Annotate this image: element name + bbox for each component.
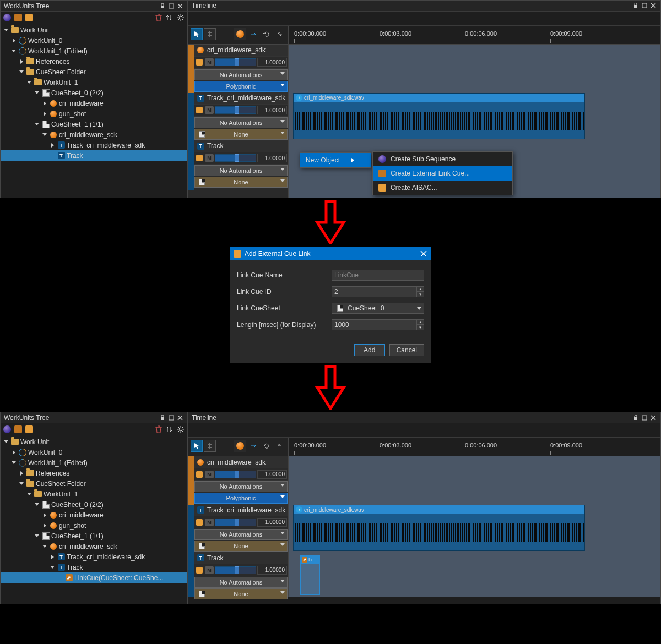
spin-up[interactable]: ▲ [416, 319, 424, 325]
tree-row[interactable]: CueSheet_1 (1/1) [1, 119, 187, 129]
tree-row-linkcue[interactable]: ⇗LinkCue(CueSheet: CueShe... [1, 572, 187, 583]
volume-value[interactable]: 1.00000 [257, 566, 287, 575]
automation-dropdown[interactable]: No Automations [194, 165, 288, 176]
tree-row-root[interactable]: Work Unit [1, 436, 187, 447]
tree-row[interactable]: cri_middleware_sdk [1, 129, 187, 140]
tree-row[interactable]: References [1, 468, 187, 478]
cue-icon[interactable] [234, 28, 246, 40]
track-header[interactable]: TTrack_cri_middleware_sdk [194, 92, 288, 105]
mute-button[interactable]: M [205, 471, 214, 478]
aisac-small-icon[interactable] [195, 58, 204, 67]
mute-button[interactable]: M [205, 106, 214, 114]
aisac-small-icon[interactable] [195, 518, 204, 527]
volume-slider[interactable] [215, 58, 256, 66]
tree-row[interactable]: TTrack_cri_middleware_sdk [1, 552, 187, 562]
aisac-icon[interactable] [25, 425, 34, 434]
link-icon[interactable] [274, 28, 286, 40]
track-volume[interactable]: M1.00000 [194, 468, 288, 481]
trash-icon[interactable] [154, 425, 163, 434]
volume-value[interactable]: 1.00000 [257, 518, 287, 527]
tree-row[interactable]: gun_shot [1, 108, 187, 119]
refresh-icon[interactable] [261, 440, 273, 452]
lock-icon[interactable] [159, 414, 166, 422]
ctx-create-ext-link[interactable]: Create External Link Cue... [373, 166, 512, 181]
automation-dropdown[interactable]: No Automations [194, 481, 288, 492]
poly-dropdown[interactable]: Polyphonic [194, 81, 288, 92]
mute-button[interactable]: M [205, 519, 214, 526]
link-cuesheet-select[interactable]: CueSheet_0 [332, 303, 424, 314]
volume-value[interactable]: 1.00000 [257, 470, 287, 479]
context-submenu[interactable]: Create Sub Sequence Create External Link… [372, 151, 513, 195]
close-icon[interactable] [649, 414, 657, 422]
link-ext-icon[interactable] [14, 13, 23, 22]
timeline-canvas[interactable]: 0:00:00.000 0:00:03.000 0:00:06.000 0:00… [289, 438, 660, 597]
close-icon[interactable] [176, 414, 184, 422]
maximize-icon[interactable] [167, 2, 175, 10]
maximize-icon[interactable] [641, 2, 648, 9]
track-volume[interactable]: M1.00000 [194, 152, 288, 165]
none-dropdown[interactable]: None [194, 177, 288, 188]
tree-row[interactable]: CueSheet_1 (1/1) [1, 531, 187, 541]
track-volume[interactable]: M1.00000 [194, 516, 288, 528]
lock-icon[interactable] [159, 2, 166, 10]
length-input[interactable]: 1000 [332, 319, 416, 330]
volume-value[interactable]: 1.00000 [257, 58, 287, 67]
tree-row[interactable]: CueSheet_0 (2/2) [1, 88, 187, 98]
trash-icon[interactable] [154, 13, 163, 22]
timeline-canvas[interactable]: 0:00:00.000 0:00:03.000 0:00:06.000 0:00… [289, 26, 660, 198]
aisac-small-icon[interactable] [195, 470, 204, 479]
track-volume[interactable]: M1.00000 [194, 564, 288, 576]
automation-dropdown[interactable]: No Automations [194, 577, 288, 588]
mute-button[interactable]: M [205, 566, 214, 574]
ctx-create-subseq[interactable]: Create Sub Sequence [373, 152, 512, 166]
track-volume[interactable]: M1.00000 [194, 105, 288, 117]
tree-row[interactable]: WorkUnit_1 [1, 77, 187, 88]
none-dropdown[interactable]: None [194, 129, 288, 140]
sort-icon[interactable] [165, 13, 174, 22]
pointer-tool-icon[interactable] [191, 440, 203, 452]
link-ext-icon[interactable] [14, 425, 23, 434]
tree-row[interactable]: TTrack_cri_middleware_sdk [1, 140, 187, 150]
aisac-small-icon[interactable] [195, 106, 204, 114]
aisac-small-icon[interactable] [195, 566, 204, 575]
mute-button[interactable]: M [205, 58, 214, 66]
volume-slider[interactable] [215, 519, 256, 526]
tree-row[interactable]: References [1, 56, 187, 67]
automation-dropdown[interactable]: No Automations [194, 529, 288, 540]
spin-down[interactable]: ▼ [416, 325, 424, 330]
track-header[interactable]: TTrack_cri_middleware_sdk [194, 504, 288, 516]
close-icon[interactable] [649, 2, 657, 9]
link-cue-clip[interactable]: ⇗Li [300, 555, 320, 595]
dialog-close-icon[interactable] [420, 250, 427, 258]
poly-dropdown[interactable]: Polyphonic [194, 493, 288, 504]
audio-clip[interactable]: ♪cri_middleware_sdk.wav [293, 505, 585, 551]
audio-clip[interactable]: ♪cri_middleware_sdk.wav [293, 93, 585, 139]
aisac-icon[interactable] [25, 13, 34, 22]
split-tool-icon[interactable] [204, 440, 216, 452]
tree-row[interactable]: cri_middleware_sdk [1, 541, 187, 552]
timeline-ruler[interactable]: 0:00:00.000 0:00:03.000 0:00:06.000 0:00… [289, 26, 660, 45]
new-icon[interactable] [3, 425, 12, 434]
tree-row-selected[interactable]: TTrack [1, 150, 187, 161]
none-dropdown[interactable]: None [194, 541, 288, 552]
maximize-icon[interactable] [167, 414, 175, 422]
track-header[interactable]: TTrack [194, 140, 288, 152]
split-tool-icon[interactable] [204, 28, 216, 40]
spin-down[interactable]: ▼ [416, 292, 424, 297]
maximize-icon[interactable] [641, 414, 648, 422]
volume-slider[interactable] [215, 471, 256, 478]
tree[interactable]: Work Unit WorkUnit_0 WorkUnit_1 (Edited)… [1, 24, 187, 161]
lock-icon[interactable] [632, 414, 640, 422]
gear-icon[interactable] [176, 425, 185, 434]
tree[interactable]: Work Unit WorkUnit_0 WorkUnit_1 (Edited)… [1, 435, 187, 583]
sort-icon[interactable] [165, 425, 174, 434]
arrow-right-icon[interactable] [247, 440, 259, 452]
volume-value[interactable]: 1.00000 [257, 106, 287, 114]
volume-value[interactable]: 1.00000 [257, 154, 287, 162]
tree-row[interactable]: TTrack [1, 562, 187, 572]
none-dropdown[interactable]: None [194, 588, 288, 599]
new-icon[interactable] [3, 13, 12, 22]
tree-row[interactable]: cri_middleware [1, 510, 187, 520]
tree-row[interactable]: WorkUnit_1 [1, 489, 187, 499]
mute-button[interactable]: M [205, 154, 214, 162]
